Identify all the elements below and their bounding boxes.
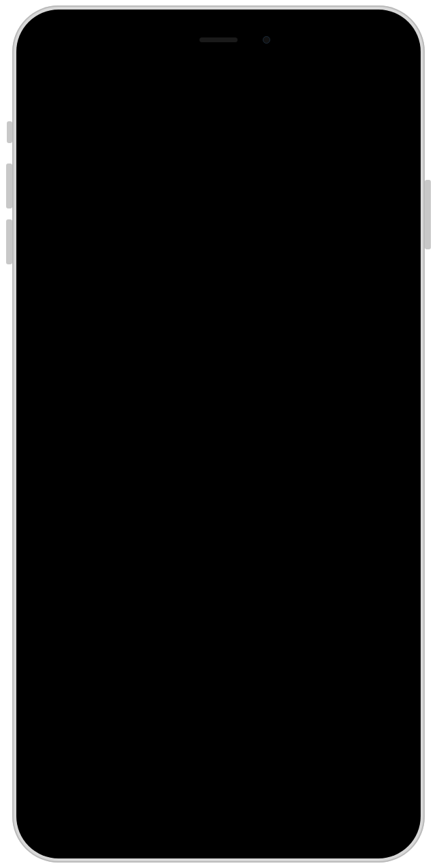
- row-label: VPN: [46, 726, 289, 741]
- row-label: Keyboard: [46, 550, 386, 565]
- wifi-icon: [354, 40, 366, 49]
- status-bar: 3:23: [34, 27, 403, 59]
- chevron-right-icon: [386, 412, 392, 425]
- row-fonts[interactable]: Fonts: [34, 576, 403, 613]
- row-label: Dictionary: [46, 660, 386, 676]
- row-software-update[interactable]: Software Update: [34, 159, 403, 196]
- row-label: Language & Region: [46, 623, 386, 639]
- row-label: AirDrop: [46, 235, 386, 251]
- power-button: [425, 180, 431, 249]
- chevron-right-icon: [386, 273, 392, 286]
- chevron-right-icon: [386, 726, 392, 740]
- navigation-bar: Settings General: [34, 59, 403, 94]
- chevron-right-icon: [386, 346, 392, 360]
- row-value: Not Connected: [289, 726, 379, 741]
- row-picture-in-picture[interactable]: Picture in Picture: [34, 298, 403, 335]
- chevron-right-icon: [386, 624, 392, 638]
- home-indicator[interactable]: [164, 829, 273, 833]
- chevron-right-icon: [386, 551, 392, 564]
- row-label: Picture in Picture: [46, 309, 386, 324]
- chevron-right-icon: [386, 170, 392, 184]
- status-time: 3:23: [54, 37, 78, 52]
- row-label: AirPlay & Handoff: [46, 272, 386, 288]
- row-carplay[interactable]: CarPlay: [34, 335, 403, 371]
- settings-group-5: VPN Not Connected: [34, 714, 403, 752]
- row-label: About: [46, 133, 386, 149]
- chevron-right-icon: [386, 309, 392, 323]
- row-keyboard[interactable]: Keyboard: [34, 539, 403, 576]
- row-label: Date & Time: [46, 513, 386, 529]
- row-iphone-storage[interactable]: iPhone Storage: [34, 400, 403, 437]
- row-dictionary[interactable]: Dictionary: [34, 649, 403, 686]
- battery-icon: [370, 40, 389, 49]
- chevron-right-icon: [386, 587, 392, 601]
- cellular-icon: [336, 40, 350, 49]
- chevron-right-icon: [386, 514, 392, 527]
- location-arrow-icon: [81, 39, 89, 49]
- row-label: Background App Refresh: [46, 448, 386, 463]
- back-label: Settings: [49, 68, 98, 84]
- settings-group-1: About Software Update: [34, 121, 403, 196]
- row-about[interactable]: About: [34, 122, 403, 159]
- row-airdrop[interactable]: AirDrop: [34, 224, 403, 261]
- volume-down-button: [6, 219, 12, 264]
- chevron-left-icon: [38, 67, 48, 86]
- settings-group-4: Date & Time Keyboard Fonts Language & Re…: [34, 501, 403, 687]
- settings-group-2: AirDrop AirPlay & Handoff Picture in Pic…: [34, 223, 403, 372]
- row-background-app-refresh[interactable]: Background App Refresh: [34, 437, 403, 474]
- svg-rect-1: [340, 44, 342, 49]
- row-label: Software Update: [46, 170, 386, 185]
- content-area: About Software Update AirDrop AirPlay & …: [34, 94, 403, 752]
- settings-group-3: iPhone Storage Background App Refresh: [34, 399, 403, 474]
- svg-rect-5: [388, 43, 389, 46]
- chevron-right-icon: [386, 134, 392, 147]
- row-date-time[interactable]: Date & Time: [34, 502, 403, 539]
- row-label: iPhone Storage: [46, 411, 386, 427]
- row-vpn[interactable]: VPN Not Connected: [34, 715, 403, 751]
- row-language-region[interactable]: Language & Region: [34, 613, 403, 649]
- svg-rect-6: [372, 42, 384, 48]
- svg-rect-2: [343, 42, 345, 49]
- svg-rect-3: [346, 40, 349, 49]
- row-label: CarPlay: [46, 345, 386, 361]
- mute-switch: [7, 121, 12, 143]
- chevron-right-icon: [386, 236, 392, 249]
- volume-up-button: [6, 164, 12, 208]
- row-label: Fonts: [46, 587, 386, 602]
- back-button[interactable]: Settings: [38, 67, 98, 86]
- chevron-right-icon: [386, 661, 392, 675]
- row-airplay-handoff[interactable]: AirPlay & Handoff: [34, 261, 403, 298]
- chevron-right-icon: [386, 448, 392, 462]
- svg-rect-0: [336, 46, 338, 49]
- page-title: General: [193, 68, 244, 84]
